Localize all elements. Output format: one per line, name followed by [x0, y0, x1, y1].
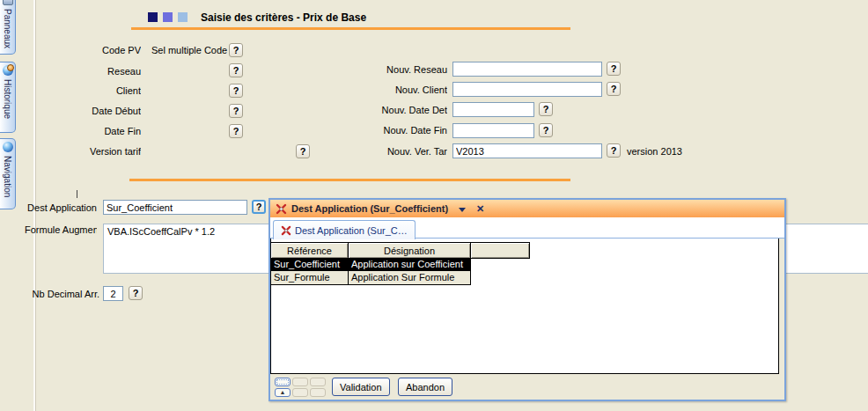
sidebar-tab-navigation[interactable]: Navigation: [0, 138, 16, 209]
help-button-date-fin[interactable]: ?: [229, 124, 243, 138]
nb-decimal-input[interactable]: [103, 286, 123, 301]
dialog-tab-label: Dest Application (Sur_C…: [295, 225, 408, 236]
table-header-reference[interactable]: Référence: [271, 243, 349, 258]
label-version-tarif: Version tarif: [26, 146, 141, 157]
table-header-row: Référence Désignation: [270, 242, 530, 259]
sidebar-tab-label: Navigation: [3, 156, 12, 197]
label-nb-decimal: Nb Decimal Arr.: [25, 289, 99, 299]
help-button-nouv-client[interactable]: ?: [607, 82, 621, 96]
stray-cursor-mark: [77, 190, 77, 198]
nouv-client-input[interactable]: [452, 82, 602, 97]
nouv-reseau-input[interactable]: [452, 62, 602, 77]
label-formule-augmen: Formule Augmen: [25, 224, 97, 235]
version-note: version 2013: [627, 146, 682, 157]
nouv-ver-tar-input[interactable]: [452, 143, 602, 158]
dialog-tab-dest-application[interactable]: Dest Application (Sur_C…: [273, 220, 416, 239]
nav-down-button[interactable]: [292, 388, 308, 397]
help-button-nb-decimal[interactable]: ?: [129, 286, 143, 300]
table-body: Sur_Coefficient Application sur Coeffici…: [270, 258, 471, 285]
sidebar-tab-historique[interactable]: Historique: [0, 62, 16, 133]
panel-icon: [3, 0, 13, 5]
nav-next-button[interactable]: [310, 378, 326, 386]
sidebar-tab-label: Panneaux: [3, 9, 12, 48]
history-globe-icon: [3, 65, 13, 76]
help-button-code-pv[interactable]: ?: [229, 43, 243, 57]
table-header-designation[interactable]: Désignation: [349, 243, 471, 258]
label-client: Client: [26, 85, 141, 96]
nouv-date-fin-input[interactable]: [452, 123, 534, 138]
dialog-close-icon[interactable]: ✕: [476, 204, 484, 214]
title-square-light: [178, 12, 188, 22]
dialog-title: Dest Application (Sur_Coefficient): [291, 203, 448, 214]
table-row[interactable]: Sur_Coefficient Application sur Coeffici…: [271, 258, 470, 271]
help-button-reseau[interactable]: ?: [229, 63, 243, 77]
help-button-version-tarif[interactable]: ?: [296, 144, 310, 158]
nav-first-button[interactable]: [275, 378, 291, 386]
table-header-filler: [471, 243, 529, 258]
sidebar-tab-panneaux[interactable]: Panneaux: [0, 0, 16, 55]
header-rule: [131, 27, 570, 30]
cell-reference[interactable]: Sur_Formule: [271, 271, 349, 284]
title-square-dark: [148, 12, 158, 22]
dialog-titlebar[interactable]: Dest Application (Sur_Coefficient) ✕: [270, 200, 784, 217]
record-nav-buttons: ▲: [275, 378, 326, 397]
label-reseau: Reseau: [26, 66, 141, 77]
validation-button[interactable]: Validation: [332, 378, 390, 396]
red-cross-tool-icon: [276, 203, 287, 215]
red-cross-tool-icon: [281, 225, 291, 236]
label-nouv-date-det: Nouv. Date Det: [326, 105, 447, 115]
dialog-button-bar: ▲ Validation Abandon: [270, 374, 784, 400]
dest-application-dialog: Dest Application (Sur_Coefficient) ✕ Des…: [268, 198, 786, 401]
dialog-content: Référence Désignation Sur_Coefficient Ap…: [270, 239, 784, 374]
globe-icon: [3, 142, 13, 152]
help-button-nouv-reseau[interactable]: ?: [607, 62, 621, 76]
label-nouv-date-fin: Nouv. Date Fin: [326, 125, 447, 136]
label-sel-multiple-code: Sel multiple Code: [151, 45, 227, 55]
result-list-area: Référence Désignation Sur_Coefficient Ap…: [270, 239, 779, 374]
nav-prev-button[interactable]: [292, 378, 308, 386]
help-button-nouv-date-det[interactable]: ?: [539, 102, 553, 116]
help-button-date-debut[interactable]: ?: [229, 104, 243, 118]
application-window: Panneaux Historique Navigation Saisie de…: [0, 0, 868, 411]
page-title: Saisie des critères - Prix de Base: [201, 11, 366, 24]
label-date-fin: Date Fin: [26, 126, 141, 136]
dialog-dropdown-icon[interactable]: [459, 204, 466, 214]
label-nouv-reseau: Nouv. Reseau: [326, 64, 447, 75]
help-button-dest-application[interactable]: ?: [252, 200, 266, 214]
label-date-debut: Date Début: [26, 106, 141, 116]
help-button-nouv-ver-tar[interactable]: ?: [607, 143, 621, 158]
section-rule: [129, 179, 570, 181]
sidebar-tab-label: Historique: [3, 79, 12, 119]
nouv-date-det-input[interactable]: [452, 102, 534, 117]
help-button-nouv-date-fin[interactable]: ?: [539, 123, 553, 137]
table-row[interactable]: Sur_Formule Application Sur Formule: [271, 271, 470, 284]
dialog-tabstrip: Dest Application (Sur_C…: [270, 217, 784, 239]
label-nouv-client: Nouv. Client: [326, 84, 447, 95]
label-nouv-ver-tar: Nouv. Ver. Tar: [326, 146, 447, 157]
abandon-button[interactable]: Abandon: [398, 378, 452, 396]
cell-designation[interactable]: Application Sur Formule: [349, 271, 470, 284]
nav-last-button[interactable]: [310, 388, 326, 397]
cell-reference[interactable]: Sur_Coefficient: [271, 258, 349, 270]
dest-application-input[interactable]: [103, 200, 247, 215]
label-code-pv: Code PV: [26, 45, 141, 55]
help-button-client[interactable]: ?: [229, 84, 243, 98]
cell-designation[interactable]: Application sur Coefficient: [349, 258, 470, 270]
label-dest-application: Dest Application: [25, 202, 97, 213]
nav-up-button[interactable]: ▲: [275, 388, 291, 397]
title-square-purple: [163, 12, 173, 22]
